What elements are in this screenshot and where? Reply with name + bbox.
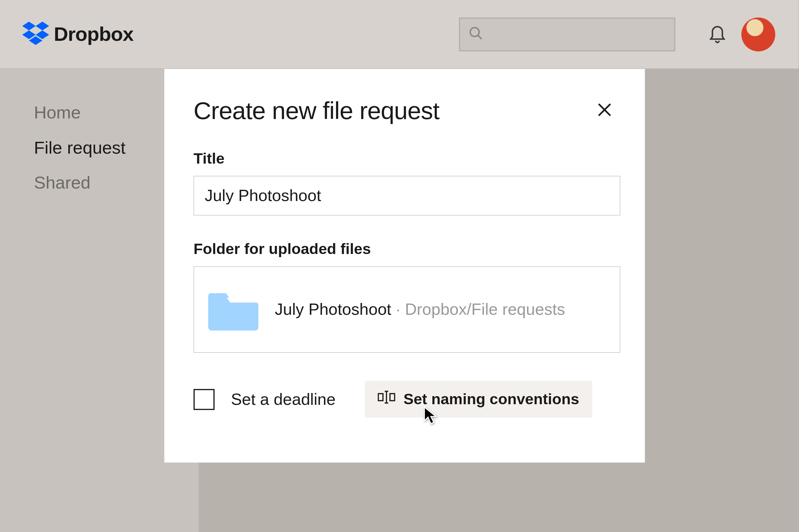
search-icon: [468, 25, 484, 43]
search-input[interactable]: [459, 17, 675, 52]
brand-name: Dropbox: [54, 23, 133, 45]
deadline-label: Set a deadline: [231, 390, 336, 408]
deadline-checkbox[interactable]: [194, 388, 214, 410]
folder-field-label: Folder for uploaded files: [194, 240, 616, 258]
naming-label: Set naming conventions: [403, 390, 579, 408]
user-avatar[interactable]: [741, 17, 775, 51]
dropbox-icon: [22, 21, 49, 47]
svg-rect-9: [378, 394, 383, 400]
notifications-icon[interactable]: [708, 22, 728, 46]
svg-rect-10: [390, 394, 395, 400]
folder-path: Dropbox/File requests: [405, 300, 565, 318]
svg-line-6: [478, 35, 482, 39]
close-icon[interactable]: [594, 99, 616, 124]
folder-selector[interactable]: July Photoshoot · Dropbox/File requests: [194, 266, 620, 353]
create-file-request-modal: Create new file request Title Folder for…: [164, 69, 645, 462]
folder-separator: ·: [391, 300, 405, 318]
brand-logo[interactable]: Dropbox: [22, 21, 133, 47]
svg-marker-1: [36, 21, 49, 30]
svg-point-5: [470, 28, 479, 36]
deadline-checkbox-row[interactable]: Set a deadline: [194, 388, 335, 410]
folder-text: July Photoshoot · Dropbox/File requests: [275, 300, 565, 319]
search-field[interactable]: [488, 28, 674, 41]
set-naming-conventions-button[interactable]: Set naming conventions: [365, 381, 592, 418]
folder-icon: [208, 289, 258, 331]
title-input[interactable]: [194, 176, 620, 215]
naming-conventions-icon: [378, 390, 395, 408]
modal-title: Create new file request: [194, 97, 439, 125]
app-header: Dropbox: [0, 0, 799, 69]
title-field-label: Title: [194, 150, 616, 168]
svg-marker-0: [22, 21, 36, 30]
folder-name: July Photoshoot: [275, 300, 391, 318]
